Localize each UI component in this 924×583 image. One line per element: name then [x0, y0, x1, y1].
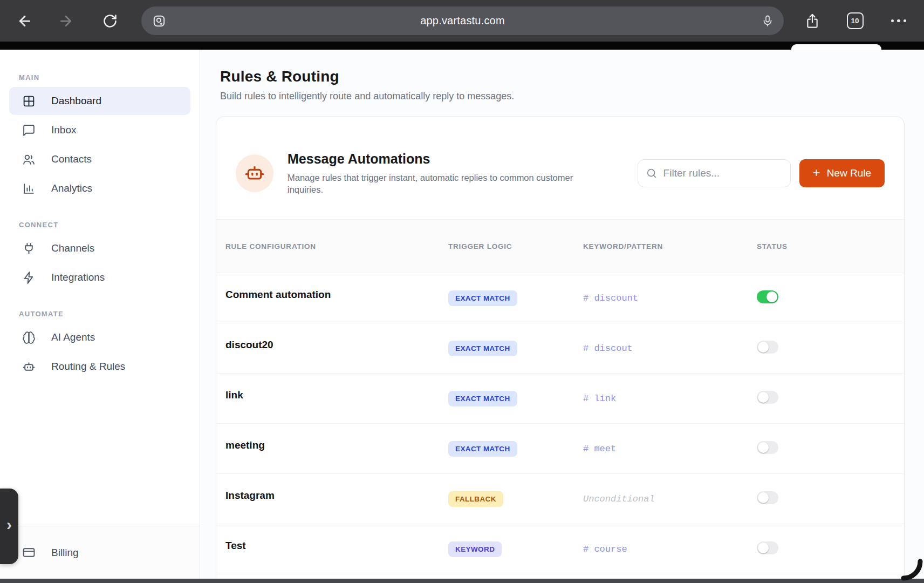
filter-rules-input[interactable]	[663, 167, 783, 179]
share-icon	[805, 13, 820, 29]
sidebar-section-connect: CONNECT	[19, 221, 200, 229]
sidebar: MAIN Dashboard Inbox Contacts Analytics	[0, 50, 200, 579]
users-icon	[22, 152, 36, 166]
back-arrow-icon	[17, 13, 33, 29]
rule-name: meeting	[225, 439, 448, 451]
sidebar-item-label: Routing & Rules	[51, 361, 125, 372]
sidebar-item-inbox[interactable]: Inbox	[9, 116, 190, 144]
app-window: MAIN Dashboard Inbox Contacts Analytics	[0, 50, 924, 579]
zap-icon	[22, 270, 36, 284]
keyword-pattern: # discout	[583, 343, 633, 354]
sidebar-item-contacts[interactable]: Contacts	[9, 145, 190, 173]
lens-icon[interactable]	[152, 14, 166, 28]
reload-icon	[102, 13, 118, 29]
trigger-badge: EXACT MATCH	[448, 441, 517, 457]
page-top-strip	[0, 42, 924, 50]
robot-avatar	[236, 154, 273, 192]
sidebar-item-label: AI Agents	[51, 331, 95, 343]
keyword-pattern: # course	[583, 544, 627, 554]
sidebar-item-routing-rules[interactable]: Routing & Rules	[9, 352, 190, 381]
reload-button[interactable]	[98, 0, 122, 42]
sidebar-item-dashboard[interactable]: Dashboard	[9, 87, 190, 115]
bar-chart-icon	[22, 181, 36, 195]
credit-card-icon	[22, 546, 36, 560]
sidebar-item-label: Integrations	[51, 272, 105, 283]
new-rule-label: New Rule	[827, 167, 871, 179]
toggle-knob	[758, 492, 769, 503]
keyword-pattern: # discount	[583, 293, 638, 303]
plug-icon	[22, 241, 36, 255]
column-header-trigger-logic: TRIGGER LOGIC	[448, 242, 583, 250]
sidebar-section-automate: AUTOMATE	[19, 310, 200, 318]
table-row: Comment automation EXACT MATCH # discoun…	[216, 273, 904, 323]
new-rule-button[interactable]: + New Rule	[799, 159, 885, 187]
back-button[interactable]	[13, 0, 37, 42]
sidebar-item-integrations[interactable]: Integrations	[9, 263, 190, 292]
search-icon	[646, 167, 658, 179]
rule-name: Comment automation	[225, 289, 448, 301]
table-row: Test KEYWORD # course	[216, 524, 904, 574]
tab-count-badge: 10	[847, 12, 864, 29]
toggle-knob	[758, 543, 769, 553]
automations-card: Message Automations Manage rules that tr…	[216, 116, 905, 583]
robot-icon	[22, 360, 36, 374]
status-toggle[interactable]	[757, 391, 778, 404]
sidebar-item-channels[interactable]: Channels	[9, 234, 190, 262]
column-header-rule-configuration: RULE CONFIGURATION	[225, 242, 448, 250]
trigger-badge: EXACT MATCH	[448, 341, 517, 356]
forward-button[interactable]	[54, 0, 78, 42]
browser-toolbar: app.vartastu.com 10	[0, 0, 924, 42]
table-row: Instagram FALLBACK Unconditional	[216, 474, 904, 524]
share-button[interactable]	[799, 0, 825, 42]
sidebar-item-label: Inbox	[51, 124, 76, 136]
column-header-status: STATUS	[757, 242, 904, 250]
sidebar-item-label: Dashboard	[51, 95, 101, 107]
rule-name: link	[225, 389, 448, 401]
status-toggle[interactable]	[757, 491, 778, 504]
sidebar-item-label: Billing	[51, 547, 79, 559]
ellipsis-icon	[891, 19, 907, 23]
sidebar-item-label: Contacts	[51, 153, 92, 165]
status-toggle[interactable]	[757, 290, 778, 303]
status-toggle[interactable]	[757, 541, 778, 554]
sidebar-expand-handle[interactable]: ›	[0, 489, 18, 564]
address-bar[interactable]: app.vartastu.com	[141, 6, 784, 35]
table-row: discout20 EXACT MATCH # discout	[216, 323, 904, 374]
trigger-badge: EXACT MATCH	[448, 290, 517, 306]
sidebar-item-billing[interactable]: Billing	[9, 539, 190, 567]
loading-spinner-arc	[885, 543, 924, 583]
microphone-icon[interactable]	[761, 15, 774, 28]
page-subtitle: Build rules to intelligently route and a…	[220, 91, 905, 102]
status-toggle[interactable]	[757, 441, 778, 454]
toggle-knob	[758, 392, 769, 403]
page-title: Rules & Routing	[220, 68, 905, 85]
sidebar-item-label: Analytics	[51, 182, 92, 194]
sidebar-item-analytics[interactable]: Analytics	[9, 174, 190, 202]
status-toggle[interactable]	[757, 341, 778, 354]
main-content: Rules & Routing Build rules to intellige…	[200, 50, 924, 579]
table-header-row: RULE CONFIGURATION TRIGGER LOGIC KEYWORD…	[216, 219, 904, 273]
brain-icon	[22, 330, 36, 344]
sidebar-item-label: Channels	[51, 242, 94, 254]
more-menu-button[interactable]	[884, 0, 914, 42]
window-bottom-edge	[0, 579, 924, 583]
chat-bubble-icon	[22, 123, 36, 137]
trigger-badge: EXACT MATCH	[448, 391, 517, 406]
sidebar-footer: Billing	[0, 526, 200, 579]
table-row: meeting EXACT MATCH # meet	[216, 424, 904, 474]
filter-rules-field[interactable]	[638, 159, 791, 187]
keyword-pattern: # link	[583, 394, 616, 404]
url-text: app.vartastu.com	[141, 15, 784, 27]
rule-name: discout20	[225, 339, 448, 351]
keyword-pattern: # meet	[583, 444, 616, 454]
table-row: link EXACT MATCH # link	[216, 374, 904, 424]
toggle-knob	[766, 292, 777, 302]
chevron-right-icon: ›	[6, 517, 12, 533]
sheet-notch	[791, 44, 881, 50]
tabs-button[interactable]: 10	[842, 0, 868, 42]
forward-arrow-icon	[58, 13, 74, 29]
toggle-knob	[758, 342, 769, 352]
trigger-badge: KEYWORD	[448, 541, 502, 557]
sidebar-item-ai-agents[interactable]: AI Agents	[9, 323, 190, 351]
robot-icon	[244, 162, 265, 184]
